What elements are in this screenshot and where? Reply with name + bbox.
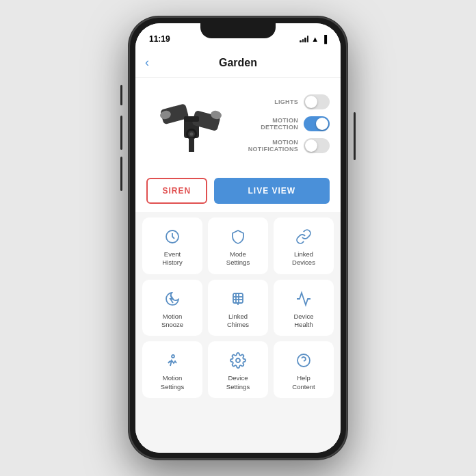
svg-point-3 xyxy=(190,133,194,136)
camera-image xyxy=(146,86,235,161)
svg-point-18 xyxy=(236,358,240,362)
health-icon xyxy=(294,289,313,308)
device-health-label: DeviceHealth xyxy=(293,313,313,330)
phone-screen: 11:19 ▲ ▐ ‹ Garden xyxy=(135,23,341,453)
status-icons: ▲ ▐ xyxy=(300,35,327,43)
motion-notifications-label: MOTIONNOTIFICATIONS xyxy=(248,139,298,153)
motion-detection-toggle[interactable] xyxy=(304,116,330,131)
motion-notifications-toggle[interactable] xyxy=(304,138,330,153)
chimes-icon xyxy=(228,289,248,308)
live-view-button[interactable]: LIVE VIEW xyxy=(214,178,330,204)
content-area: LIGHTS MOTIONDETECTION MOT xyxy=(135,78,341,453)
battery-icon: ▐ xyxy=(321,35,327,43)
linked-chimes-label: LinkedChimes xyxy=(227,313,249,330)
device-settings-label: DeviceSettings xyxy=(226,374,250,391)
grid-item-event-history[interactable]: EventHistory xyxy=(142,217,202,274)
page-title: Garden xyxy=(219,57,257,69)
motion-snooze-label: MotionSnooze xyxy=(161,313,183,330)
siren-button[interactable]: SIREN xyxy=(146,178,207,204)
phone-frame: 11:19 ▲ ▐ ‹ Garden xyxy=(129,16,347,460)
help-content-label: HelpContent xyxy=(292,374,315,391)
grid-item-motion-settings[interactable]: MotionSettings xyxy=(142,341,202,398)
grid-item-device-settings[interactable]: DeviceSettings xyxy=(208,341,268,398)
camera-section: LIGHTS MOTIONDETECTION MOT xyxy=(135,78,341,170)
back-button[interactable]: ‹ xyxy=(145,55,149,70)
mode-settings-label: ModeSettings xyxy=(226,250,250,267)
controls-section: LIGHTS MOTIONDETECTION MOT xyxy=(242,94,330,153)
motion-detection-toggle-row: MOTIONDETECTION xyxy=(242,116,330,131)
gear-icon xyxy=(228,351,248,370)
nav-header: ‹ Garden xyxy=(135,48,341,78)
grid-item-device-health[interactable]: DeviceHealth xyxy=(274,280,334,336)
motion-detection-label: MOTIONDETECTION xyxy=(261,117,298,131)
status-time: 11:19 xyxy=(149,34,170,44)
snooze-icon xyxy=(163,289,182,308)
linked-devices-label: LinkedDevices xyxy=(292,250,315,267)
signal-icon xyxy=(300,36,308,42)
lights-label: LIGHTS xyxy=(274,98,298,105)
lights-toggle[interactable] xyxy=(304,94,330,109)
motion-settings-label: MotionSettings xyxy=(161,374,184,391)
grid-item-motion-snooze[interactable]: MotionSnooze xyxy=(142,280,202,336)
action-buttons: SIREN LIVE VIEW xyxy=(135,170,341,212)
motion-icon xyxy=(163,351,182,370)
clock-icon xyxy=(163,227,182,246)
link-icon xyxy=(294,227,313,246)
svg-point-17 xyxy=(172,355,174,358)
motion-notifications-toggle-row: MOTIONNOTIFICATIONS xyxy=(242,138,330,153)
svg-rect-11 xyxy=(233,293,243,303)
lights-toggle-row: LIGHTS xyxy=(242,94,330,109)
grid-item-linked-devices[interactable]: LinkedDevices xyxy=(274,217,334,274)
event-history-label: EventHistory xyxy=(162,250,183,267)
wifi-icon: ▲ xyxy=(311,35,319,43)
svg-rect-9 xyxy=(184,116,199,122)
grid-item-linked-chimes[interactable]: LinkedChimes xyxy=(208,280,268,336)
svg-point-19 xyxy=(298,354,310,367)
help-icon xyxy=(294,351,313,370)
svg-rect-8 xyxy=(189,138,194,152)
menu-grid: EventHistory ModeSettings xyxy=(135,212,341,404)
grid-item-mode-settings[interactable]: ModeSettings xyxy=(208,217,268,274)
grid-item-help-content[interactable]: HelpContent xyxy=(274,341,334,398)
shield-icon xyxy=(228,227,248,246)
notch xyxy=(200,23,276,38)
